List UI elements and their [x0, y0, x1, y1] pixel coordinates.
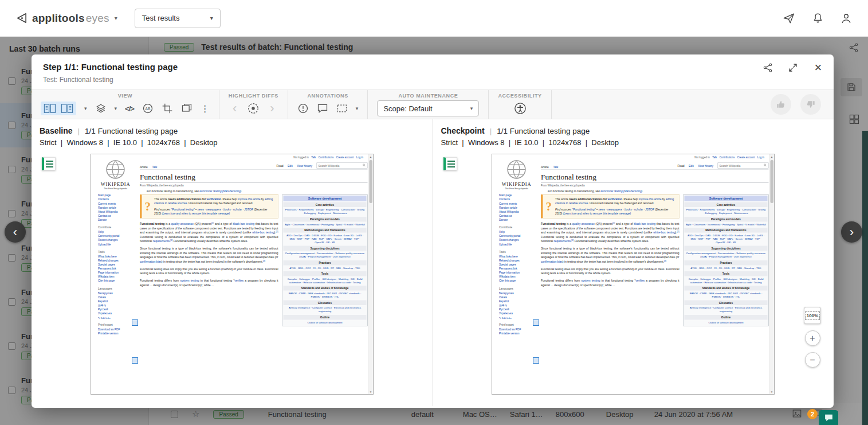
- wiki-link[interactable]: verification: [206, 198, 221, 201]
- wiki-link[interactable]: [2]: [677, 231, 680, 233]
- wikipedia-logo[interactable]: WIKIPEDIA The Free Encyclopedia: [91, 159, 140, 190]
- region-annotation-icon[interactable]: [336, 103, 348, 114]
- view-overflow-menu-icon[interactable]: ⋮: [201, 103, 210, 114]
- next-diff-icon[interactable]: ›: [270, 102, 274, 115]
- infobox-section-header[interactable]: Paradigms and models: [685, 217, 768, 222]
- checkpoint-menu-button[interactable]: [443, 157, 457, 170]
- infobox-section-links[interactable]: Configuration management · Documentation…: [685, 251, 768, 259]
- infobox-section-header[interactable]: Glossaries: [685, 301, 768, 306]
- collapsed-right-panel[interactable]: [862, 131, 868, 425]
- infobox-section-links[interactable]: ASD · DevOps · DAD · DSDM · FDD · IID · …: [283, 232, 366, 244]
- baseline-menu-button[interactable]: [42, 157, 56, 170]
- close-icon[interactable]: ×: [812, 61, 824, 74]
- wiki-language-link[interactable]: Català: [98, 295, 140, 299]
- previous-diff-icon[interactable]: ‹: [233, 102, 237, 115]
- wiki-language-link[interactable]: Русский: [98, 307, 140, 311]
- wiki-tab[interactable]: Article: [541, 166, 549, 169]
- wiki-nav-link[interactable]: Upload file: [98, 242, 140, 246]
- wiki-nav-link[interactable]: Printable version: [499, 332, 541, 336]
- infobox-section-header[interactable]: Glossaries: [283, 301, 366, 306]
- wiki-link[interactable]: Contributions: [318, 156, 333, 159]
- wikipedia-logo[interactable]: WIKIPEDIA The Free Encyclopedia: [492, 159, 541, 190]
- split-view-button[interactable]: [61, 103, 73, 114]
- scrollbar-thumb[interactable]: [771, 160, 774, 203]
- wiki-nav-link[interactable]: About Wikipedia: [98, 210, 140, 214]
- infobox-section-links[interactable]: BABOK · CMMI · IEEE standards · ISO 9001…: [685, 291, 768, 299]
- baseline-checkpoint-toggle-icon[interactable]: AB: [142, 103, 154, 114]
- wiki-link[interactable]: black-box testing: [233, 222, 254, 225]
- wiki-nav-link[interactable]: Community portal: [499, 234, 541, 238]
- wiki-link[interactable]: JSTOR: [646, 208, 654, 211]
- wiki-nav-link[interactable]: Related changes: [98, 259, 140, 263]
- wiki-personal-bar[interactable]: Not logged inTalkContributionsCreate acc…: [293, 156, 363, 159]
- wiki-nav-link[interactable]: Permanent link: [499, 267, 541, 271]
- wiki-search-input[interactable]: [720, 164, 764, 167]
- wiki-nav-link[interactable]: What links here: [499, 254, 541, 258]
- infobox-section-header[interactable]: Core activities: [283, 202, 366, 208]
- wiki-link[interactable]: Log in: [356, 156, 363, 159]
- search-icon[interactable]: [362, 163, 366, 168]
- wiki-language-link[interactable]: Català: [499, 295, 541, 299]
- image-collection-icon[interactable]: [181, 103, 193, 114]
- region-caret-icon[interactable]: ▾: [356, 106, 359, 111]
- wiki-link[interactable]: white-box testing: [654, 231, 675, 235]
- infobox-section-links[interactable]: Artificial intelligence · Computer scien…: [685, 305, 768, 314]
- wiki-link[interactable]: white-box testing: [252, 231, 274, 235]
- scroll-down-icon[interactable]: ▼: [771, 389, 773, 394]
- highlight-diffs-icon[interactable]: [247, 102, 260, 115]
- infobox-section-header[interactable]: Tools: [283, 271, 366, 276]
- issue-annotation-icon[interactable]: [297, 103, 309, 114]
- wiki-link[interactable]: Create account: [336, 156, 354, 159]
- wiki-link[interactable]: quality assurance: [171, 222, 193, 225]
- wiki-nav-link[interactable]: Cite this page: [499, 279, 541, 283]
- wiki-link[interactable]: Functional Testing (Manufacturing): [600, 190, 642, 193]
- infobox-section-links[interactable]: Artificial intelligence · Computer scien…: [283, 305, 366, 314]
- wiki-link[interactable]: [4]: [664, 260, 666, 262]
- wiki-personal-bar[interactable]: Not logged inTalkContributionsCreate acc…: [694, 156, 764, 159]
- infobox-section-header[interactable]: Outline: [685, 315, 768, 320]
- wiki-language-link[interactable]: Беларуская: [98, 291, 140, 295]
- scrollbar-thumb[interactable]: [369, 160, 372, 203]
- wiki-nav-link[interactable]: Community portal: [98, 234, 140, 238]
- wiki-link[interactable]: Log in: [757, 156, 764, 159]
- infobox-title[interactable]: Software development: [283, 196, 366, 201]
- wiki-link[interactable]: "Functional testing": [171, 208, 195, 211]
- infobox-section-links[interactable]: Outline of software development: [685, 319, 768, 325]
- wiki-nav-link[interactable]: Random article: [499, 205, 541, 209]
- wiki-language-link[interactable]: 한국어: [499, 303, 541, 307]
- wiki-link[interactable]: (Learn how and when to remove this templ…: [563, 212, 631, 215]
- dom-code-icon[interactable]: </>: [125, 104, 134, 113]
- zoom-fit-button[interactable]: 100%: [804, 307, 821, 324]
- wiki-link[interactable]: quality assurance: [572, 222, 595, 225]
- scrollbar[interactable]: ▲ ▼: [368, 154, 373, 394]
- notifications-bell-icon[interactable]: [811, 11, 824, 25]
- infobox-section-header[interactable]: Standards and Bodies of Knowledge: [283, 286, 366, 291]
- scroll-down-icon[interactable]: ▼: [370, 389, 372, 394]
- user-account-icon[interactable]: [839, 11, 853, 25]
- wiki-nav-link[interactable]: Donate: [98, 218, 140, 222]
- infobox-section-header[interactable]: Methodologies and frameworks: [685, 228, 768, 233]
- wiki-link[interactable]: news: [197, 208, 203, 211]
- wiki-link[interactable]: confirmation bias: [541, 260, 563, 263]
- wiki-tab[interactable]: Talk: [152, 166, 157, 169]
- wiki-nav-link[interactable]: Contact us: [98, 214, 140, 218]
- thumbs-up-button[interactable]: [771, 94, 791, 115]
- infobox-section-links[interactable]: Agile · Cleanroom · Incremental · Protot…: [685, 221, 768, 227]
- wiki-link[interactable]: "Functional testing": [572, 208, 596, 211]
- wiki-link[interactable]: improve this article: [237, 198, 260, 201]
- infobox-section-links[interactable]: Compiler · Debugger · Profiler · GUI des…: [685, 276, 768, 284]
- infobox-section-links[interactable]: Outline of software development: [283, 319, 366, 325]
- wiki-link[interactable]: verification: [608, 198, 622, 201]
- next-step-arrow[interactable]: ›: [841, 221, 862, 243]
- wiki-link[interactable]: (Learn how and when to remove this templ…: [162, 212, 230, 215]
- infobox-title[interactable]: Software development: [685, 196, 768, 201]
- wiki-link[interactable]: Create account: [737, 156, 755, 159]
- wiki-link[interactable]: JSTOR: [244, 208, 253, 211]
- wiki-nav-link[interactable]: Special pages: [499, 263, 541, 267]
- wiki-link[interactable]: system testing: [582, 279, 600, 282]
- wiki-nav-link[interactable]: Recent changes: [98, 238, 140, 242]
- infobox-section-links[interactable]: Compiler · Debugger · Profiler · GUI des…: [283, 276, 366, 284]
- wiki-tab[interactable]: Read: [678, 164, 685, 167]
- send-feedback-icon[interactable]: [782, 11, 796, 25]
- wiki-nav-link[interactable]: Wikidata item: [98, 275, 140, 279]
